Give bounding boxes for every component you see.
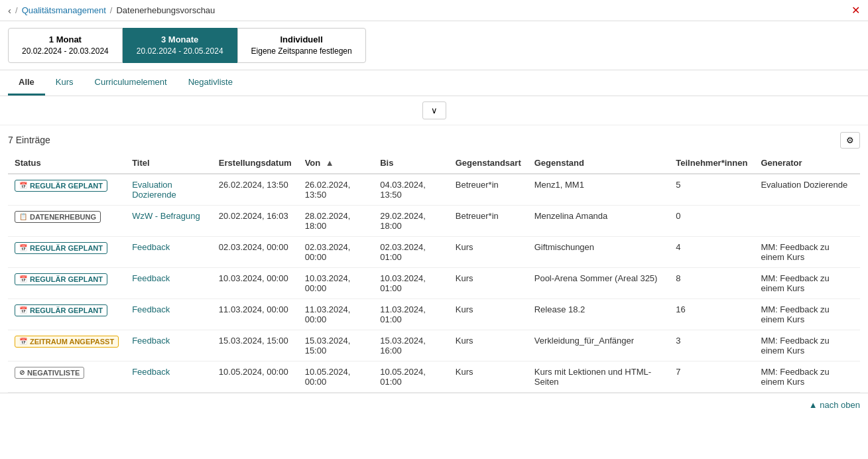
tabs-bar: AlleKursCurriculumelementNegativliste (0, 70, 868, 96)
cell-generator-4: MM: Feedback zu einem Kurs (754, 298, 860, 330)
col-gegenstandsart: Gegenstandsart (449, 153, 528, 174)
status-badge-5: 📅 ZEITRAUM ANGEPASST (15, 336, 119, 348)
cell-generator-0: Evaluation Dozierende (754, 174, 860, 206)
title-link-0[interactable]: Evaluation Dozierende (132, 180, 176, 200)
col-status: Status (8, 153, 125, 174)
cell-titel-0: Evaluation Dozierende (125, 174, 212, 206)
cell-von-6: 10.05.2024, 00:00 (298, 361, 374, 392)
close-button[interactable]: ✕ (851, 4, 860, 17)
cell-gegenstandsart-2: Kurs (449, 236, 528, 267)
cell-gegenstandsart-0: Betreuer*in (449, 174, 528, 206)
cell-bis-2: 02.03.2024, 01:00 (373, 236, 449, 267)
table-row: ⊘ NEGATIVLISTE Feedback 10.05.2024, 00:0… (8, 361, 860, 392)
badge-icon-1: 📋 (19, 213, 27, 220)
badge-icon-3: 📅 (19, 275, 27, 283)
title-link-6[interactable]: Feedback (132, 367, 170, 377)
cell-teilnehmer-3: 8 (669, 267, 754, 298)
time-btn-sub-1monat: 20.02.2024 - 20.03.2024 (22, 46, 109, 57)
cell-bis-3: 10.03.2024, 01:00 (373, 267, 449, 298)
col-generator: Generator (754, 153, 860, 174)
badge-icon-5: 📅 (19, 338, 27, 345)
cell-gegenstand-6: Kurs mit Lektionen und HTML-Seiten (528, 361, 670, 392)
cell-von-3: 10.03.2024, 00:00 (298, 267, 374, 298)
breadcrumb-bar: ‹ / Qualitätsmanagement / Datenerhebungs… (0, 0, 868, 21)
status-badge-4: 📅 REGULÄR GEPLANT (15, 304, 107, 316)
table-row: 📅 ZEITRAUM ANGEPASST Feedback 15.03.2024… (8, 330, 860, 361)
time-range-bar: 1 Monat20.02.2024 - 20.03.20243 Monate20… (0, 21, 868, 70)
time-btn-sub-individuell: Eigene Zeitspanne festlegen (251, 46, 352, 57)
filter-dropdown-button[interactable]: ∨ (422, 101, 446, 119)
tab-negativliste[interactable]: Negativliste (178, 70, 243, 96)
badge-icon-2: 📅 (19, 244, 27, 251)
gear-icon: ⚙ (846, 135, 854, 145)
table-row: 📋 DATENERHEBUNG WzW - Befragung 20.02.20… (8, 205, 860, 236)
cell-teilnehmer-0: 5 (669, 174, 754, 206)
time-range-button-individuell[interactable]: IndividuellEigene Zeitspanne festlegen (237, 28, 366, 63)
tab-alle[interactable]: Alle (8, 70, 45, 96)
breadcrumb-parent-link[interactable]: Qualitätsmanagement (22, 5, 106, 15)
filter-row: ∨ (0, 96, 868, 125)
cell-von-1: 28.02.2024, 18:00 (298, 205, 374, 236)
breadcrumb-back-button[interactable]: ‹ (8, 5, 11, 16)
back-to-top-link[interactable]: ▲ nach oben (809, 400, 860, 410)
time-range-button-3monate[interactable]: 3 Monate20.02.2024 - 20.05.2024 (123, 28, 237, 63)
tab-curriculumelement[interactable]: Curriculumelement (84, 70, 178, 96)
col-erstellungsdatum: Erstellungsdatum (212, 153, 298, 174)
tab-kurs[interactable]: Kurs (45, 70, 84, 96)
col-bis: Bis (373, 153, 449, 174)
cell-status-0: 📅 REGULÄR GEPLANT (8, 174, 125, 206)
title-link-3[interactable]: Feedback (132, 273, 170, 283)
breadcrumb-separator-1: / (15, 5, 18, 15)
cell-titel-2: Feedback (125, 236, 212, 267)
cell-status-1: 📋 DATENERHEBUNG (8, 205, 125, 236)
cell-titel-5: Feedback (125, 330, 212, 361)
cell-titel-3: Feedback (125, 267, 212, 298)
breadcrumb-current: Datenerhebungsvorschau (116, 5, 215, 15)
time-range-button-1monat[interactable]: 1 Monat20.02.2024 - 20.03.2024 (8, 28, 123, 63)
cell-generator-6: MM: Feedback zu einem Kurs (754, 361, 860, 392)
settings-button[interactable]: ⚙ (840, 132, 860, 149)
cell-teilnehmer-2: 4 (669, 236, 754, 267)
cell-gegenstand-3: Pool-Arena Sommer (Areal 325) (528, 267, 670, 298)
col-gegenstand: Gegenstand (528, 153, 670, 174)
cell-gegenstand-2: Giftmischungen (528, 236, 670, 267)
cell-teilnehmer-1: 0 (669, 205, 754, 236)
time-btn-sub-3monate: 20.02.2024 - 20.05.2024 (137, 46, 223, 57)
cell-gegenstandsart-5: Kurs (449, 330, 528, 361)
cell-bis-0: 04.03.2024, 13:50 (373, 174, 449, 206)
cell-generator-3: MM: Feedback zu einem Kurs (754, 267, 860, 298)
cell-gegenstandsart-6: Kurs (449, 361, 528, 392)
cell-gegenstandsart-4: Kurs (449, 298, 528, 330)
cell-titel-4: Feedback (125, 298, 212, 330)
title-link-5[interactable]: Feedback (132, 336, 170, 346)
status-badge-1: 📋 DATENERHEBUNG (15, 211, 101, 223)
cell-status-6: ⊘ NEGATIVLISTE (8, 361, 125, 392)
badge-icon-4: 📅 (19, 306, 27, 314)
title-link-1[interactable]: WzW - Befragung (132, 211, 200, 221)
time-btn-label-individuell: Individuell (280, 34, 322, 46)
title-link-2[interactable]: Feedback (132, 242, 170, 252)
cell-bis-4: 11.03.2024, 01:00 (373, 298, 449, 330)
cell-titel-1: WzW - Befragung (125, 205, 212, 236)
cell-gegenstand-0: Menz1, MM1 (528, 174, 670, 206)
sort-arrow-von: ▲ (326, 158, 334, 168)
cell-von-4: 11.03.2024, 00:00 (298, 298, 374, 330)
cell-gegenstand-1: Menzelina Amanda (528, 205, 670, 236)
cell-status-2: 📅 REGULÄR GEPLANT (8, 236, 125, 267)
table-row: 📅 REGULÄR GEPLANT Feedback 10.03.2024, 0… (8, 267, 860, 298)
cell-generator-1 (754, 205, 860, 236)
cell-gegenstand-5: Verkleidung_für_Anfänger (528, 330, 670, 361)
cell-status-3: 📅 REGULÄR GEPLANT (8, 267, 125, 298)
table-row: 📅 REGULÄR GEPLANT Feedback 11.03.2024, 0… (8, 298, 860, 330)
col-von[interactable]: Von ▲ (298, 153, 374, 174)
cell-von-0: 26.02.2024, 13:50 (298, 174, 374, 206)
title-link-4[interactable]: Feedback (132, 304, 170, 314)
cell-bis-1: 29.02.2024, 18:00 (373, 205, 449, 236)
count-row: 7 Einträge ⚙ (0, 125, 868, 153)
cell-von-5: 15.03.2024, 15:00 (298, 330, 374, 361)
time-btn-label-3monate: 3 Monate (161, 34, 198, 46)
cell-gegenstand-4: Release 18.2 (528, 298, 670, 330)
status-badge-6: ⊘ NEGATIVLISTE (15, 367, 84, 379)
cell-von-2: 02.03.2024, 00:00 (298, 236, 374, 267)
cell-teilnehmer-4: 16 (669, 298, 754, 330)
